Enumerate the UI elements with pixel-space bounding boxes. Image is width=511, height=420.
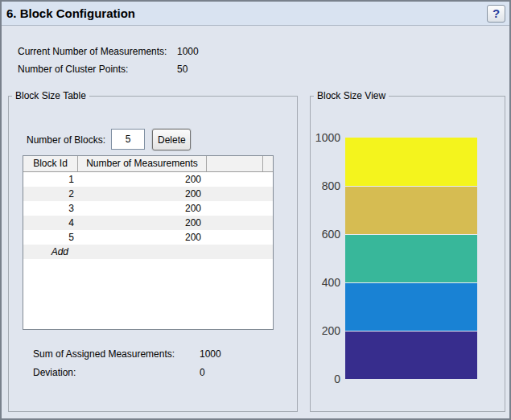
measurements-cell[interactable]: 200: [78, 172, 207, 187]
empty-cell[interactable]: [207, 216, 263, 230]
empty-cell[interactable]: [207, 230, 263, 245]
stacked-bar: [345, 138, 477, 379]
measurements-cell[interactable]: 200: [78, 216, 207, 230]
block-id-cell[interactable]: 2: [23, 187, 78, 201]
table-row[interactable]: 5200: [23, 230, 273, 245]
panel-header: 6. Block Configuration ?: [2, 2, 509, 26]
column-header: Block Id: [23, 156, 78, 171]
measurements-cell[interactable]: 200: [78, 230, 207, 245]
block-table[interactable]: Block IdNumber of Measurements 120022003…: [23, 155, 274, 330]
y-tick-label: 1000: [315, 131, 340, 144]
block-id-cell[interactable]: 5: [23, 230, 78, 245]
bar-segment-block-1: [345, 331, 477, 379]
block-size-view-group: Block Size View 02004006008001000: [310, 96, 505, 412]
sum-assigned-value: 1000: [200, 348, 221, 360]
sum-assigned-label: Sum of Assigned Measurements:: [33, 348, 175, 360]
table-row[interactable]: 1200: [23, 172, 273, 187]
y-tick-label: 800: [322, 179, 340, 192]
table-row[interactable]: 2200: [23, 187, 273, 201]
add-row-label[interactable]: Add: [23, 245, 78, 259]
table-header-row: Block IdNumber of Measurements: [23, 156, 273, 172]
bar-segment-block-3: [345, 234, 477, 282]
column-header: [207, 156, 263, 171]
cluster-points-label: Number of Cluster Points:: [18, 64, 128, 75]
deviation-value: 0: [200, 367, 205, 378]
y-tick-label: 600: [322, 228, 340, 241]
table-body: 12002200320042005200: [23, 172, 273, 245]
deviation-label: Deviation:: [33, 367, 76, 378]
empty-cell[interactable]: [207, 172, 263, 187]
empty-cell[interactable]: [207, 187, 263, 201]
y-tick-label: 400: [322, 276, 340, 289]
block-size-table-group: Block Size Table Number of Blocks: Delet…: [8, 96, 298, 412]
y-axis-ticks: 02004006008001000: [311, 138, 340, 379]
column-header: Number of Measurements: [78, 156, 207, 171]
block-id-cell[interactable]: 4: [23, 216, 78, 230]
number-of-blocks-input[interactable]: [111, 129, 145, 150]
block-configuration-panel: 6. Block Configuration ? Current Number …: [0, 0, 511, 420]
block-size-view-group-title: Block Size View: [314, 90, 389, 101]
y-tick-label: 0: [334, 373, 340, 385]
block-id-cell[interactable]: 1: [23, 172, 78, 187]
y-tick-label: 200: [322, 324, 340, 337]
block-size-table-group-title: Block Size Table: [12, 90, 89, 101]
delete-button[interactable]: Delete: [152, 129, 191, 150]
cluster-points-value: 50: [177, 64, 188, 75]
block-id-cell[interactable]: 3: [23, 201, 78, 216]
bar-segment-block-2: [345, 282, 477, 331]
empty-cell: [207, 245, 263, 259]
table-row[interactable]: 3200: [23, 201, 273, 216]
bar-segment-block-5: [345, 138, 477, 186]
add-row[interactable]: Add: [23, 245, 273, 259]
table-row[interactable]: 4200: [23, 216, 273, 230]
empty-cell: [78, 245, 207, 259]
bar-segment-block-4: [345, 186, 477, 234]
empty-cell[interactable]: [207, 201, 263, 216]
page-title: 6. Block Configuration: [6, 6, 135, 20]
measurements-cell[interactable]: 200: [78, 187, 207, 201]
number-of-blocks-label: Number of Blocks:: [27, 134, 105, 146]
measurements-cell[interactable]: 200: [78, 201, 207, 216]
help-button[interactable]: ?: [487, 5, 505, 23]
current-measurements-value: 1000: [177, 46, 199, 57]
current-measurements-label: Current Number of Measurements:: [18, 46, 167, 57]
